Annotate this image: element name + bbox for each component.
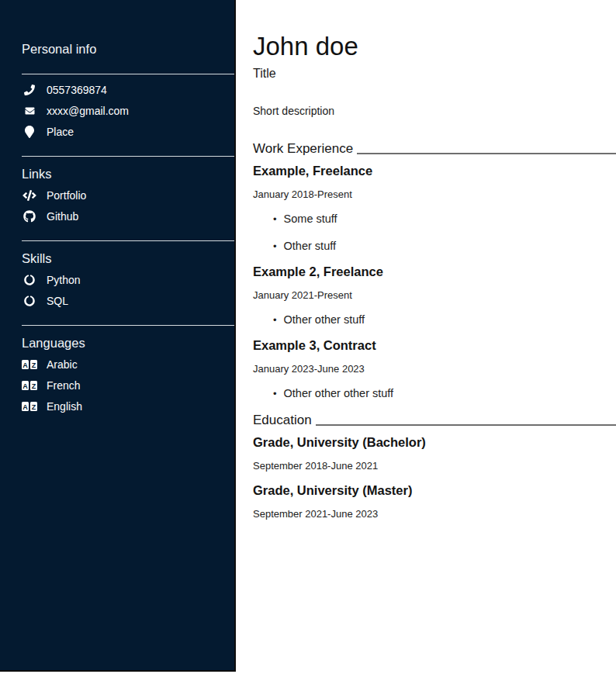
language-icon: AZ (22, 359, 37, 370)
entry-bullets: Some stuff Other stuff (253, 213, 616, 253)
entry-date: September 2018-June 2021 (253, 460, 616, 472)
svg-text:A: A (22, 361, 28, 369)
personal-info-heading: Personal info (22, 42, 234, 57)
circle-notch-icon (22, 296, 37, 306)
person-name: John doe (253, 32, 616, 61)
email-row: xxxx@gmail.com (22, 103, 234, 119)
skill-label: Python (47, 272, 81, 288)
bullet-item: Other other stuff (273, 313, 616, 327)
portfolio-link[interactable]: Portfolio (22, 188, 234, 203)
language-icon: AZ (22, 401, 37, 412)
work-experience-section: Work Experience Example, Freelance Janua… (253, 141, 616, 400)
circle-notch-icon (22, 275, 37, 285)
language-label: French (47, 378, 81, 393)
entry-bullets: Other other stuff (253, 313, 616, 327)
code-icon (22, 190, 37, 201)
skills-heading: Skills (22, 251, 234, 266)
divider (22, 156, 234, 157)
education-heading: Education (253, 413, 616, 428)
svg-text:Z: Z (32, 361, 36, 369)
entry-date: September 2021-June 2023 (253, 508, 616, 520)
svg-text:Z: Z (32, 382, 36, 390)
short-description: Short description (253, 105, 616, 118)
entry-date: January 2023-June 2023 (253, 363, 616, 375)
education-entry: Grade, University (Bachelor) September 2… (253, 435, 616, 472)
divider (22, 240, 234, 241)
entry-title: Grade, University (Master) (253, 483, 616, 498)
language-label: English (47, 399, 82, 414)
skill-label: SQL (47, 293, 68, 309)
entry-title: Example 3, Contract (253, 338, 616, 353)
skill-row: SQL (22, 293, 234, 309)
svg-text:A: A (22, 403, 28, 411)
language-row: AZ Arabic (22, 357, 234, 372)
portfolio-label[interactable]: Portfolio (47, 188, 86, 203)
entry-date: January 2021-Present (253, 289, 616, 301)
bullet-item: Other stuff (273, 240, 616, 253)
work-experience-heading: Work Experience (253, 141, 616, 157)
github-label[interactable]: Github (47, 209, 78, 224)
heading-rule (316, 424, 616, 426)
email-address[interactable]: xxxx@gmail.com (47, 103, 129, 119)
entry-title: Grade, University (Bachelor) (253, 435, 616, 450)
language-row: AZ English (22, 399, 234, 414)
bullet-item: Some stuff (273, 213, 616, 226)
language-label: Arabic (47, 357, 78, 372)
phone-icon (22, 85, 37, 95)
language-row: AZ French (22, 378, 234, 393)
location-pin-icon (22, 126, 37, 138)
svg-text:A: A (22, 382, 28, 390)
entry-title: Example 2, Freelance (253, 264, 616, 279)
envelope-icon (22, 106, 37, 116)
location-row: Place (22, 124, 234, 140)
work-entry: Example, Freelance January 2018-Present … (253, 164, 616, 253)
phone-number: 0557369874 (47, 82, 107, 98)
work-entry: Example 3, Contract January 2023-June 20… (253, 338, 616, 400)
heading-rule (357, 153, 616, 154)
resume-body: John doe Title Short description Work Ex… (237, 0, 616, 674)
github-link[interactable]: Github (22, 209, 234, 224)
divider (22, 74, 234, 74)
entry-title: Example, Freelance (253, 164, 616, 178)
section-title: Education (253, 413, 312, 428)
entry-bullets: Other other other stuff (253, 387, 616, 400)
phone-row: 0557369874 (22, 82, 234, 98)
section-title: Work Experience (253, 141, 353, 157)
location-label: Place (47, 124, 74, 140)
divider (22, 325, 234, 326)
skill-row: Python (22, 272, 234, 288)
education-section: Education Grade, University (Bachelor) S… (253, 413, 616, 520)
sidebar: Personal info 0557369874 xxxx@gmail.com … (0, 0, 236, 672)
entry-date: January 2018-Present (253, 188, 616, 200)
languages-heading: Languages (22, 336, 234, 351)
svg-text:Z: Z (32, 403, 36, 411)
bullet-item: Other other other stuff (273, 387, 616, 400)
language-icon: AZ (22, 380, 37, 391)
links-heading: Links (22, 167, 234, 181)
education-entry: Grade, University (Master) September 202… (253, 483, 616, 520)
work-entry: Example 2, Freelance January 2021-Presen… (253, 264, 616, 327)
github-icon (22, 210, 37, 223)
person-title: Title (253, 66, 616, 81)
